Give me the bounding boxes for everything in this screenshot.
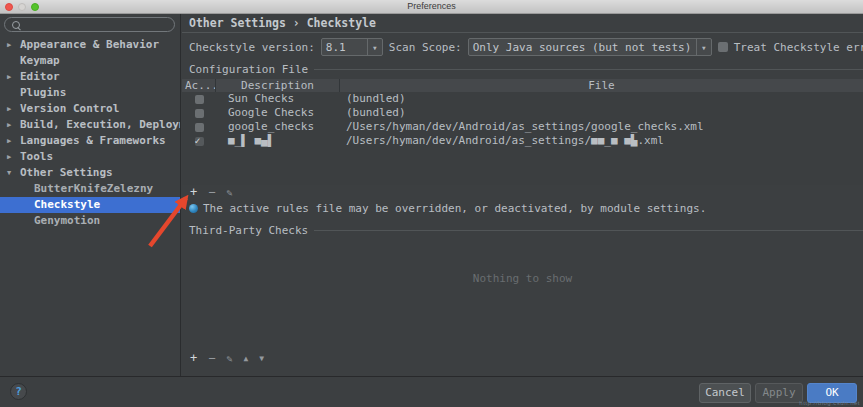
sidebar-item-label: Build, Execution, Deployme xyxy=(20,118,180,131)
chevron-down-icon: ▼ xyxy=(367,39,382,55)
column-file[interactable]: File xyxy=(340,79,863,92)
treat-errors-checkbox[interactable] xyxy=(718,42,728,52)
settings-tree: ▶ Appearance & Behavior Keymap ▶ Editor … xyxy=(0,37,180,229)
sidebar-item-label: Editor xyxy=(20,70,60,83)
sidebar-item-label: Appearance & Behavior xyxy=(20,38,159,51)
preferences-window: Preferences ▶ Appearance & Behavior Keym… xyxy=(0,0,863,407)
scan-scope-select[interactable]: Only Java sources (but not tests) ▼ xyxy=(468,38,712,56)
table-header: Ac... Description File xyxy=(182,79,863,92)
table-row[interactable]: Google Checks (bundled) xyxy=(182,106,863,120)
remove-icon[interactable]: − xyxy=(208,186,215,199)
controls-row: Checkstyle version: 8.1 ▼ Scan Scope: On… xyxy=(189,37,863,57)
tree-toggle-icon[interactable]: ▶ xyxy=(7,37,18,53)
row-file: /Users/hyman/dev/Android/as_settings/goo… xyxy=(340,120,863,134)
row-description: google_checks xyxy=(216,120,340,134)
sidebar-item[interactable]: ▶ Build, Execution, Deployme xyxy=(0,117,180,133)
row-description: Sun Checks xyxy=(216,92,340,106)
info-message-row: The active rules file may be overridden,… xyxy=(189,202,706,215)
sidebar-item[interactable]: Checkstyle xyxy=(0,197,180,213)
table-body: Sun Checks (bundled) Google Checks (bund… xyxy=(182,92,863,148)
sidebar-item-label: Other Settings xyxy=(20,166,113,179)
edit-icon[interactable]: ✎ xyxy=(226,352,232,365)
configuration-file-label: Configuration File xyxy=(189,63,308,76)
checkstyle-version-select[interactable]: 8.1 ▼ xyxy=(321,38,383,56)
third-party-label: Third-Party Checks xyxy=(189,224,308,237)
active-checkbox[interactable] xyxy=(195,137,204,146)
config-toolbar: + − ✎ xyxy=(190,186,233,199)
active-checkbox[interactable] xyxy=(195,123,204,132)
apply-button[interactable]: Apply xyxy=(755,383,803,403)
sidebar-item-label: Checkstyle xyxy=(34,198,100,211)
row-file: (bundled) xyxy=(340,92,863,106)
edit-icon[interactable]: ✎ xyxy=(226,186,232,199)
sidebar-item[interactable]: ▶ Appearance & Behavior xyxy=(0,37,180,53)
sidebar-item-label: ButterKnifeZelezny xyxy=(34,182,153,195)
sidebar-item[interactable]: ▶ Tools xyxy=(0,149,180,165)
sidebar-item[interactable]: ▶ Version Control xyxy=(0,101,180,117)
info-message: The active rules file may be overridden,… xyxy=(203,202,706,215)
zoom-window-icon[interactable] xyxy=(31,3,39,11)
table-row[interactable]: google_checks /Users/hyman/dev/Android/a… xyxy=(182,120,863,134)
sidebar-item[interactable]: ▶ Editor xyxy=(0,69,180,85)
sidebar-item[interactable]: ButterKnifeZelezny xyxy=(0,181,180,197)
treat-errors-label: Treat Checkstyle errors as wa xyxy=(734,41,863,54)
column-active[interactable]: Ac... xyxy=(182,79,216,92)
minimize-window-icon[interactable] xyxy=(18,3,26,11)
row-file: /Users/hyman/dev/Android/as_settings/■■_… xyxy=(340,134,863,148)
sidebar-item[interactable]: ▶ Languages & Frameworks xyxy=(0,133,180,149)
active-checkbox[interactable] xyxy=(195,95,204,104)
third-party-title: Third-Party Checks xyxy=(189,224,863,237)
active-checkbox[interactable] xyxy=(195,109,204,118)
table-row[interactable]: Sun Checks (bundled) xyxy=(182,92,863,106)
sidebar-item[interactable]: Plugins xyxy=(0,85,180,101)
sidebar-item-label: Keymap xyxy=(20,54,60,67)
checkstyle-panel: Other Settings › Checkstyle Checkstyle v… xyxy=(182,14,863,376)
search-input[interactable] xyxy=(4,17,175,32)
sidebar-item[interactable]: Genymotion xyxy=(0,213,180,229)
row-description: Google Checks xyxy=(216,106,340,120)
remove-icon[interactable]: − xyxy=(208,352,215,365)
settings-sidebar: ▶ Appearance & Behavior Keymap ▶ Editor … xyxy=(0,14,181,376)
sidebar-item[interactable]: Keymap xyxy=(0,53,180,69)
tree-toggle-icon[interactable]: ▶ xyxy=(7,117,18,133)
cancel-button[interactable]: Cancel xyxy=(699,383,751,403)
move-down-icon[interactable]: ▼ xyxy=(259,352,264,365)
tree-toggle-icon[interactable]: ▶ xyxy=(7,69,18,85)
column-description[interactable]: Description xyxy=(216,79,340,92)
configuration-file-title: Configuration File xyxy=(189,63,863,76)
tree-toggle-icon[interactable]: ▼ xyxy=(7,165,18,181)
close-window-icon[interactable] xyxy=(5,3,13,11)
window-title: Preferences xyxy=(0,0,863,13)
checkstyle-version-value: 8.1 xyxy=(322,41,367,54)
add-icon[interactable]: + xyxy=(190,186,197,199)
sidebar-item-label: Version Control xyxy=(20,102,119,115)
table-row[interactable]: ■_▌ ■▄▌ /Users/hyman/dev/Android/as_sett… xyxy=(182,134,863,148)
row-description: ■_▌ ■▄▌ xyxy=(216,134,340,148)
row-file: (bundled) xyxy=(340,106,863,120)
search-icon xyxy=(12,21,20,29)
help-button[interactable]: ? xyxy=(10,383,27,400)
watermark-text: http://blog.csdn.net xyxy=(799,400,860,406)
scan-scope-value: Only Java sources (but not tests) xyxy=(469,41,696,54)
tree-toggle-icon[interactable]: ▶ xyxy=(7,133,18,149)
configuration-file-table: Ac... Description File Sun Checks (bundl… xyxy=(182,79,863,185)
chevron-down-icon: ▼ xyxy=(696,39,711,55)
third-party-toolbar: + − ✎ ▲ ▼ xyxy=(190,352,264,365)
scan-scope-label: Scan Scope: xyxy=(389,41,462,54)
tree-toggle-icon[interactable]: ▶ xyxy=(7,149,18,165)
sidebar-item-label: Languages & Frameworks xyxy=(20,134,166,147)
breadcrumb: Other Settings › Checkstyle xyxy=(189,16,376,30)
tree-toggle-icon[interactable]: ▶ xyxy=(7,101,18,117)
info-icon xyxy=(189,204,198,213)
version-label: Checkstyle version: xyxy=(189,41,315,54)
sidebar-item-label: Genymotion xyxy=(34,214,100,227)
move-up-icon[interactable]: ▲ xyxy=(244,352,249,365)
sidebar-item-label: Tools xyxy=(20,150,53,163)
header-divider xyxy=(182,32,863,33)
sidebar-item-label: Plugins xyxy=(20,86,66,99)
dialog-footer: ? Cancel Apply OK xyxy=(0,376,863,407)
third-party-empty-text: Nothing to show xyxy=(182,272,863,285)
sidebar-item[interactable]: ▼ Other Settings xyxy=(0,165,180,181)
add-icon[interactable]: + xyxy=(190,352,197,365)
title-bar: Preferences xyxy=(0,0,863,14)
